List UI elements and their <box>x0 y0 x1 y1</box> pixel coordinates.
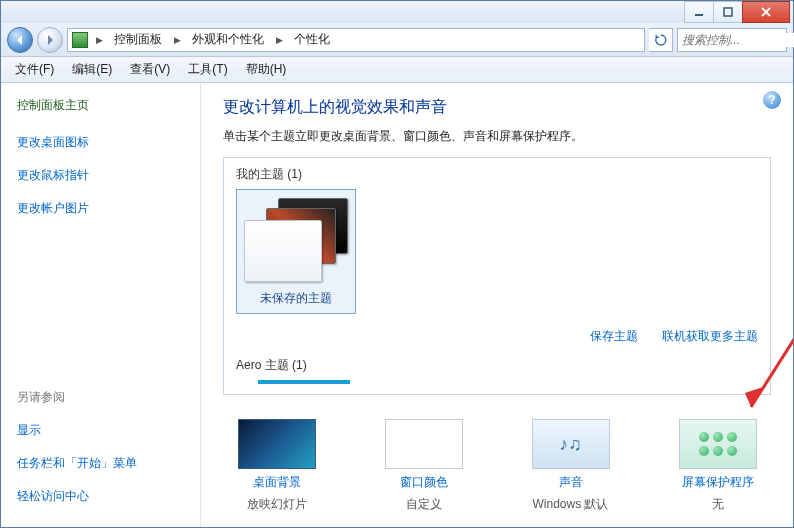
breadcrumb-item[interactable]: 控制面板 <box>110 29 166 50</box>
menu-edit[interactable]: 编辑(E) <box>64 58 120 81</box>
menu-file[interactable]: 文件(F) <box>7 58 62 81</box>
breadcrumb-item[interactable]: 个性化 <box>290 29 334 50</box>
window: ▶ 控制面板 ▶ 外观和个性化 ▶ 个性化 文件(F) 编辑(E) 查看(V) … <box>0 0 794 528</box>
menu-help[interactable]: 帮助(H) <box>238 58 295 81</box>
themes-panel: 我的主题 (1) 未保存的主题 保存主题 联机获取更多主题 Aero 主题 (1… <box>223 157 771 395</box>
minimize-button[interactable] <box>684 1 714 23</box>
close-button[interactable] <box>742 1 790 23</box>
screensaver-icon <box>679 419 757 469</box>
screensaver-sub: 无 <box>712 496 724 513</box>
desktop-background-icon <box>238 419 316 469</box>
menu-view[interactable]: 查看(V) <box>122 58 178 81</box>
sidebar-home-link[interactable]: 控制面板主页 <box>17 97 184 114</box>
window-color-sub: 自定义 <box>406 496 442 513</box>
theme-actions: 保存主题 联机获取更多主题 <box>236 328 758 345</box>
window-color-icon <box>385 419 463 469</box>
chevron-right-icon[interactable]: ▶ <box>92 29 106 51</box>
desktop-background-label: 桌面背景 <box>253 474 301 491</box>
search-input[interactable] <box>682 33 794 47</box>
chevron-right-icon[interactable]: ▶ <box>272 29 286 51</box>
menubar: 文件(F) 编辑(E) 查看(V) 工具(T) 帮助(H) <box>1 57 793 83</box>
my-themes-label: 我的主题 (1) <box>236 166 758 183</box>
save-theme-link[interactable]: 保存主题 <box>590 328 638 345</box>
window-color-item[interactable]: 窗口颜色 自定义 <box>376 419 471 513</box>
see-also-ease-of-access[interactable]: 轻松访问中心 <box>17 488 184 505</box>
chevron-right-icon[interactable]: ▶ <box>170 29 184 51</box>
svg-rect-0 <box>695 14 703 16</box>
content: ? 更改计算机上的视觉效果和声音 单击某个主题立即更改桌面背景、窗口颜色、声音和… <box>201 83 793 527</box>
sounds-sub: Windows 默认 <box>532 496 608 513</box>
theme-caption: 未保存的主题 <box>260 290 332 307</box>
menu-tools[interactable]: 工具(T) <box>180 58 235 81</box>
search-box[interactable] <box>677 28 787 52</box>
see-also-label: 另请参阅 <box>17 389 184 406</box>
page-subtext: 单击某个主题立即更改桌面背景、窗口颜色、声音和屏幕保护程序。 <box>223 128 771 145</box>
sidebar: 控制面板主页 更改桌面图标 更改鼠标指针 更改帐户图片 另请参阅 显示 任务栏和… <box>1 83 201 527</box>
screensaver-item[interactable]: 屏幕保护程序 无 <box>670 419 765 513</box>
back-button[interactable] <box>7 27 33 53</box>
control-panel-icon <box>72 32 88 48</box>
see-also-taskbar[interactable]: 任务栏和「开始」菜单 <box>17 455 184 472</box>
sounds-item[interactable]: ♪♫ 声音 Windows 默认 <box>523 419 618 513</box>
titlebar <box>1 1 793 23</box>
theme-item-unsaved[interactable]: 未保存的主题 <box>236 189 356 314</box>
get-more-themes-link[interactable]: 联机获取更多主题 <box>662 328 758 345</box>
theme-thumbnail <box>242 196 350 284</box>
window-color-label: 窗口颜色 <box>400 474 448 491</box>
page-heading: 更改计算机上的视觉效果和声音 <box>223 97 771 118</box>
desktop-background-sub: 放映幻灯片 <box>247 496 307 513</box>
sounds-label: 声音 <box>559 474 583 491</box>
breadcrumb-item[interactable]: 外观和个性化 <box>188 29 268 50</box>
sounds-icon: ♪♫ <box>532 419 610 469</box>
desktop-background-item[interactable]: 桌面背景 放映幻灯片 <box>229 419 324 513</box>
address-bar: ▶ 控制面板 ▶ 外观和个性化 ▶ 个性化 <box>1 23 793 57</box>
screensaver-label: 屏幕保护程序 <box>682 474 754 491</box>
forward-button[interactable] <box>37 27 63 53</box>
refresh-button[interactable] <box>649 28 673 52</box>
aero-theme-highlight[interactable] <box>258 380 350 384</box>
breadcrumb[interactable]: ▶ 控制面板 ▶ 外观和个性化 ▶ 个性化 <box>67 28 645 52</box>
body: 控制面板主页 更改桌面图标 更改鼠标指针 更改帐户图片 另请参阅 显示 任务栏和… <box>1 83 793 527</box>
aero-themes-label: Aero 主题 (1) <box>236 357 758 374</box>
sidebar-link-account-picture[interactable]: 更改帐户图片 <box>17 200 184 217</box>
sidebar-link-desktop-icons[interactable]: 更改桌面图标 <box>17 134 184 151</box>
maximize-button[interactable] <box>713 1 743 23</box>
sidebar-link-mouse-pointers[interactable]: 更改鼠标指针 <box>17 167 184 184</box>
help-icon[interactable]: ? <box>763 91 781 109</box>
svg-rect-1 <box>724 8 732 16</box>
personalization-row: 桌面背景 放映幻灯片 窗口颜色 自定义 ♪♫ 声音 Windows 默认 屏幕保… <box>223 419 771 513</box>
see-also-display[interactable]: 显示 <box>17 422 184 439</box>
